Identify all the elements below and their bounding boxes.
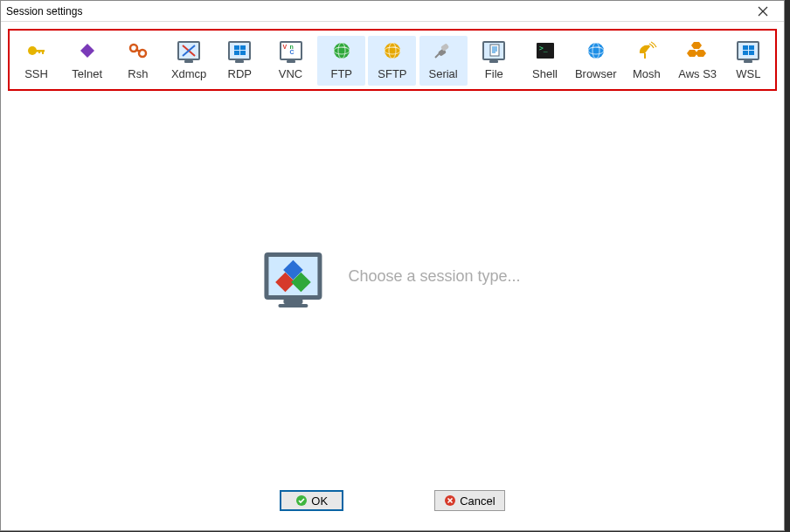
window-title: Session settings	[6, 5, 82, 17]
session-type-label: Mosh	[633, 67, 661, 80]
globe-icon	[329, 39, 354, 62]
session-type-rdp[interactable]: RDP	[216, 36, 264, 86]
button-row: OK Cancel	[1, 490, 784, 511]
session-type-browser[interactable]: Browser	[572, 36, 620, 86]
key-icon	[24, 39, 49, 62]
svg-marker-6	[80, 44, 94, 58]
plug-icon	[431, 39, 455, 62]
session-type-label: Rsh	[128, 67, 148, 80]
link-icon	[126, 39, 150, 62]
cross-icon	[444, 494, 456, 507]
cancel-button[interactable]: Cancel	[434, 490, 504, 511]
cubes-icon	[278, 263, 308, 289]
svg-point-16	[334, 43, 350, 59]
content-area: SSHTelnetRshXdmcpRDPVCnVNCFTPSFTPSerialF…	[1, 22, 784, 530]
session-type-ftp[interactable]: FTP	[317, 36, 365, 86]
session-type-vnc[interactable]: VCnVNC	[267, 36, 315, 86]
session-type-serial[interactable]: Serial	[419, 36, 468, 86]
svg-rect-42	[743, 51, 748, 55]
terminal-icon: >_	[533, 39, 558, 62]
session-type-label: SSH	[24, 67, 48, 80]
session-type-xdmcp[interactable]: Xdmcp	[165, 36, 213, 86]
check-icon	[295, 494, 308, 507]
session-type-label: Shell	[532, 67, 558, 80]
session-type-ssh[interactable]: SSH	[12, 36, 60, 86]
svg-rect-12	[234, 45, 239, 50]
session-type-wsl[interactable]: WSL	[724, 36, 773, 86]
svg-rect-15	[240, 51, 246, 55]
ok-button[interactable]: OK	[280, 490, 343, 511]
session-type-sftp[interactable]: SFTP	[368, 36, 416, 86]
x-monitor-icon	[177, 39, 201, 62]
session-type-label: Browser	[575, 67, 617, 80]
center-prompt-area: Choose a session type...	[264, 252, 520, 300]
prompt-text: Choose a session type...	[348, 267, 520, 286]
win-monitor-icon	[736, 39, 760, 62]
svg-marker-39	[696, 50, 706, 57]
close-button[interactable]	[745, 1, 780, 21]
session-type-toolbar: SSHTelnetRshXdmcpRDPVCnVNCFTPSFTPSerialF…	[8, 29, 777, 91]
close-icon	[758, 6, 768, 17]
session-type-label: SFTP	[378, 67, 406, 80]
globe-icon	[584, 39, 608, 62]
session-type-label: Xdmcp	[171, 67, 206, 80]
diamond-icon	[75, 39, 100, 62]
session-type-label: WSL	[736, 67, 760, 80]
session-type-shell[interactable]: >_Shell	[521, 36, 569, 86]
dish-icon	[634, 39, 659, 62]
svg-rect-5	[38, 50, 40, 53]
svg-rect-14	[234, 51, 239, 55]
ok-label: OK	[311, 494, 328, 508]
session-type-label: FTP	[330, 67, 352, 80]
session-type-label: Telnet	[72, 67, 102, 80]
titlebar: Session settings	[1, 1, 784, 22]
svg-point-2	[28, 46, 37, 55]
win-monitor-icon	[227, 39, 252, 62]
doc-monitor-icon	[482, 39, 506, 62]
session-type-file[interactable]: File	[470, 36, 518, 86]
session-type-label: VNC	[279, 67, 302, 80]
svg-text:>_: >_	[539, 45, 548, 52]
globe-icon	[380, 39, 405, 62]
svg-point-19	[385, 43, 400, 59]
svg-rect-13	[240, 45, 246, 50]
svg-line-24	[435, 53, 440, 58]
session-illustration	[264, 252, 322, 300]
session-type-mosh[interactable]: Mosh	[622, 36, 670, 86]
monitor-icon	[264, 252, 322, 300]
svg-rect-43	[749, 51, 754, 55]
session-type-rsh[interactable]: Rsh	[114, 36, 162, 86]
svg-rect-41	[749, 45, 754, 50]
svg-point-35	[647, 45, 649, 48]
svg-rect-40	[743, 45, 748, 50]
svg-marker-37	[691, 42, 702, 49]
session-settings-dialog: Session settings SSHTelnetRshXdmcpRDPVCn…	[0, 0, 785, 531]
svg-point-32	[588, 43, 604, 59]
session-type-label: File	[485, 67, 503, 80]
vnc-monitor-icon: VCn	[279, 39, 303, 62]
session-type-telnet[interactable]: Telnet	[63, 36, 111, 86]
session-type-awss3[interactable]: Aws S3	[674, 36, 722, 86]
session-type-label: RDP	[228, 67, 252, 80]
session-type-label: Aws S3	[678, 67, 717, 80]
svg-rect-4	[42, 50, 44, 54]
session-type-label: Serial	[429, 67, 458, 80]
cancel-label: Cancel	[460, 494, 495, 508]
hex-icon	[685, 39, 710, 62]
